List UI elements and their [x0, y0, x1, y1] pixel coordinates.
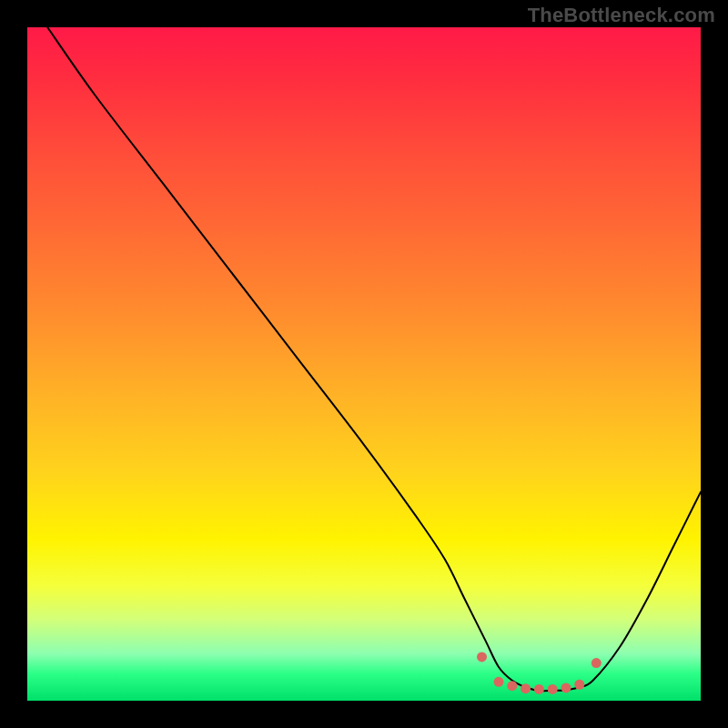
marker-dot [507, 681, 517, 691]
marker-dot [521, 683, 531, 693]
marker-dot [477, 652, 487, 662]
chart-curve [47, 27, 701, 691]
marker-dots [477, 652, 602, 694]
marker-dot [592, 658, 602, 668]
chart-frame: TheBottleneck.com [0, 0, 728, 728]
chart-svg [27, 27, 701, 701]
marker-dot [561, 682, 571, 693]
plot-area [27, 27, 701, 701]
marker-dot [574, 680, 584, 690]
marker-dot [548, 684, 558, 694]
watermark-text: TheBottleneck.com [528, 4, 715, 27]
marker-dot [494, 677, 504, 687]
marker-dot [534, 684, 544, 694]
